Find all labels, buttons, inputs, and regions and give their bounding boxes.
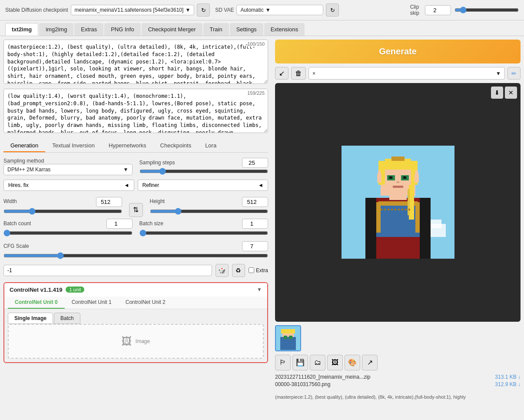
thumbnail-0[interactable] bbox=[275, 325, 301, 351]
generate-label: Generate bbox=[379, 47, 417, 56]
batch-count-slider[interactable] bbox=[3, 230, 133, 237]
batch-size-input[interactable] bbox=[242, 219, 268, 229]
tab-extensions[interactable]: Extensions bbox=[264, 23, 305, 36]
controlnet-header[interactable]: ControlNet v1.1.419 1 unit ▼ bbox=[4, 283, 267, 297]
svg-rect-14 bbox=[391, 157, 405, 161]
batch-size-slider[interactable] bbox=[139, 230, 269, 237]
hires-fix-arrow-icon: ◄ bbox=[124, 182, 129, 188]
gen-tab-lora[interactable]: Lora bbox=[198, 140, 223, 152]
clip-skip-slider[interactable] bbox=[454, 7, 519, 13]
trash-button[interactable]: 🗑 bbox=[291, 67, 306, 80]
style-dropdown[interactable]: × ▼ bbox=[308, 67, 505, 80]
sampling-method-select[interactable]: DPM++ 2M Karras ▼ bbox=[3, 164, 133, 175]
height-slider[interactable] bbox=[150, 208, 269, 215]
cfg-scale-slider[interactable] bbox=[3, 252, 268, 259]
batch-count-label: Batch count bbox=[3, 220, 47, 227]
gen-tab-checkpoints[interactable]: Checkpoints bbox=[153, 140, 199, 152]
sampling-method-value: DPM++ 2M Karras bbox=[7, 167, 50, 173]
right-panel: Generate ↙ 🗑 × ▼ ✏ ⬇ ✕ bbox=[272, 36, 524, 404]
seed-dice-button[interactable]: 🎲 bbox=[216, 264, 229, 277]
gen-tab-textual-inversion[interactable]: Textual Inversion bbox=[45, 140, 102, 152]
file-1-size[interactable]: 313.1 KB ↓ bbox=[495, 374, 521, 380]
tab-png-info[interactable]: PNG Info bbox=[104, 23, 140, 36]
seed-extra-label: Extra bbox=[256, 267, 268, 273]
vae-select[interactable]: Automatic ▼ bbox=[236, 5, 323, 15]
seed-input[interactable] bbox=[3, 265, 212, 276]
positive-prompt-input[interactable] bbox=[3, 40, 268, 84]
file-2-size[interactable]: 312.9 KB ↓ bbox=[495, 381, 521, 387]
width-input[interactable] bbox=[96, 197, 122, 207]
external-link-button[interactable]: ↗ bbox=[362, 355, 378, 370]
sampling-method-label: Sampling method bbox=[3, 158, 133, 164]
sampling-steps-input[interactable] bbox=[242, 158, 268, 168]
flag-button[interactable]: 🏳 bbox=[275, 355, 291, 370]
image-download-button[interactable]: ⬇ bbox=[491, 87, 503, 99]
checkpoint-value: meinamix_meinaV11.safetensors [54ef3e361… bbox=[75, 7, 184, 13]
thumbnail-image bbox=[276, 326, 300, 350]
seed-recycle-button[interactable]: ♻ bbox=[232, 264, 245, 277]
negative-prompt-input[interactable] bbox=[3, 89, 268, 133]
swap-dimensions-button[interactable]: ⇅ bbox=[129, 203, 143, 217]
nav-tabs: txt2img img2img Extras PNG Info Checkpoi… bbox=[0, 20, 524, 36]
dimensions-row: Width ⇅ Height bbox=[3, 196, 268, 217]
edit-style-button[interactable]: ✏ bbox=[507, 67, 521, 80]
tab-txt2img[interactable]: txt2img bbox=[5, 23, 38, 36]
tab-train[interactable]: Train bbox=[203, 23, 229, 36]
sampling-steps-slider[interactable] bbox=[139, 168, 269, 175]
controlnet-unit-2-tab[interactable]: ControlNet Unit 2 bbox=[119, 297, 172, 309]
seed-extra-checkbox[interactable] bbox=[249, 267, 254, 273]
vae-section: SD VAE Automatic ▼ ↻ bbox=[215, 3, 339, 17]
clip-label: Clip skip bbox=[410, 4, 422, 16]
batch-size-group: Batch size bbox=[139, 219, 269, 238]
top-bar: Stable Diffusion checkpoint meinamix_mei… bbox=[0, 0, 524, 20]
send-to-button[interactable]: ↙ bbox=[275, 67, 289, 80]
batch-count-input[interactable] bbox=[106, 219, 133, 229]
vae-refresh-button[interactable]: ↻ bbox=[326, 3, 339, 17]
svg-rect-42 bbox=[281, 329, 295, 333]
sampling-steps-label: Sampling steps bbox=[139, 160, 183, 166]
generated-image-container: ⬇ ✕ bbox=[275, 83, 521, 322]
checkpoint-select[interactable]: meinamix_meinaV11.safetensors [54ef3e361… bbox=[71, 5, 195, 15]
generate-button[interactable]: Generate bbox=[275, 40, 521, 63]
folder-button[interactable]: 🗂 bbox=[310, 355, 325, 370]
svg-rect-26 bbox=[415, 170, 418, 177]
clip-skip-input[interactable] bbox=[425, 5, 451, 15]
svg-rect-37 bbox=[408, 209, 410, 210]
hires-fix-button[interactable]: Hires. fix ◄ bbox=[3, 180, 134, 191]
controlnet-unit-1-tab[interactable]: ControlNet Unit 1 bbox=[65, 297, 119, 309]
image-drop-area[interactable]: 🖼 Image bbox=[8, 324, 264, 359]
tab-checkpoint-merger[interactable]: Checkpoint Merger bbox=[142, 23, 202, 36]
controlnet-unit-0-tab[interactable]: ControlNet Unit 0 bbox=[8, 297, 65, 309]
checkpoint-dropdown-icon: ▼ bbox=[185, 7, 190, 13]
tab-extras[interactable]: Extras bbox=[74, 23, 103, 36]
svg-rect-19 bbox=[390, 177, 392, 179]
image-action-buttons: ⬇ ✕ bbox=[491, 87, 517, 99]
controlnet-unit-tabs: ControlNet Unit 0 ControlNet Unit 1 Cont… bbox=[4, 297, 267, 309]
width-slider[interactable] bbox=[3, 208, 122, 215]
tab-img2img[interactable]: img2img bbox=[39, 23, 73, 36]
save-button[interactable]: 💾 bbox=[292, 355, 308, 370]
refiner-button[interactable]: Refiner ◄ bbox=[138, 180, 269, 191]
tab-settings[interactable]: Settings bbox=[230, 23, 263, 36]
height-group: Height bbox=[150, 197, 269, 216]
color-button[interactable]: 🎨 bbox=[345, 355, 360, 370]
image-close-button[interactable]: ✕ bbox=[505, 87, 517, 99]
image-button[interactable]: 🖼 bbox=[327, 355, 343, 370]
gen-tab-hypernetworks[interactable]: Hypernetworks bbox=[102, 140, 153, 152]
batch-image-tab[interactable]: Batch bbox=[54, 313, 80, 324]
positive-prompt-area: 100/150 bbox=[3, 40, 268, 85]
svg-rect-21 bbox=[397, 181, 399, 183]
generated-image bbox=[342, 146, 454, 259]
single-image-tab[interactable]: Single Image bbox=[8, 313, 53, 324]
image-upload-icon: 🖼 bbox=[122, 335, 132, 347]
height-input[interactable] bbox=[242, 197, 268, 207]
cfg-scale-input[interactable] bbox=[242, 241, 268, 251]
svg-rect-45 bbox=[289, 336, 292, 339]
refiner-label: Refiner bbox=[143, 182, 159, 188]
file-1-name: 20231227111620_[meinamix_meina...zip bbox=[275, 374, 371, 380]
vae-dropdown-icon: ▼ bbox=[265, 7, 271, 13]
checkpoint-refresh-button[interactable]: ↻ bbox=[197, 3, 210, 17]
gen-tab-generation[interactable]: Generation bbox=[3, 140, 45, 152]
negative-token-count: 159/225 bbox=[247, 90, 265, 96]
svg-rect-44 bbox=[284, 336, 287, 339]
